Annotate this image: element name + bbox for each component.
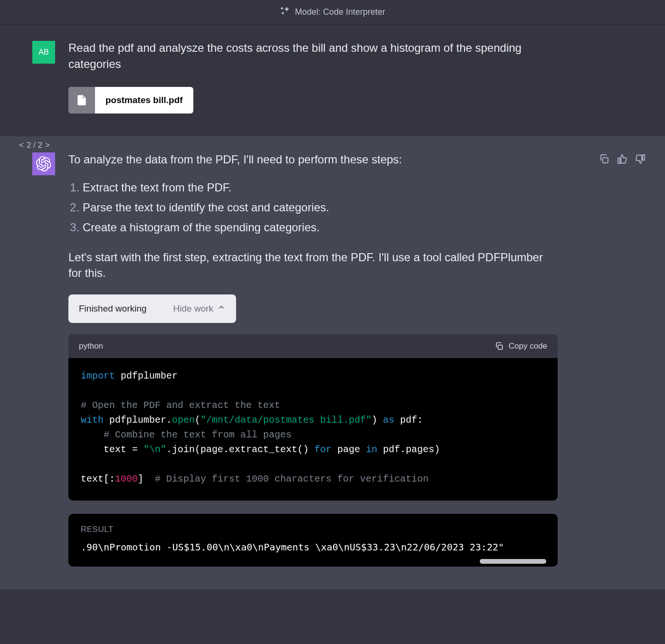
assistant-intro: To analyze the data from the PDF, I'll n… bbox=[68, 152, 558, 168]
copy-code-button[interactable]: Copy code bbox=[494, 340, 547, 352]
code-content: import pdfplumber # Open the PDF and ext… bbox=[68, 358, 558, 501]
result-block: RESULT .90\nPromotion -US$15.00\n\xa0\nP… bbox=[68, 514, 558, 567]
code-block: python Copy code import pdfplumber # Ope… bbox=[68, 334, 558, 501]
model-bar: Model: Code Interpreter bbox=[0, 0, 665, 25]
thumbs-up-icon[interactable] bbox=[617, 153, 628, 165]
pager-next[interactable]: > bbox=[45, 139, 50, 152]
file-attachment[interactable]: postmates bill.pdf bbox=[68, 87, 193, 114]
file-icon bbox=[68, 87, 95, 114]
pager-count: 2 / 2 bbox=[27, 139, 42, 152]
copy-icon[interactable] bbox=[598, 153, 610, 165]
svg-rect-0 bbox=[498, 345, 502, 350]
svg-rect-1 bbox=[603, 158, 608, 163]
assistant-message: < 2 / 2 > To analyze the data from the P… bbox=[0, 136, 665, 589]
work-status-label: Finished working bbox=[79, 302, 147, 316]
list-item: Extract the text from the PDF. bbox=[83, 179, 558, 196]
steps-list: Extract the text from the PDF. Parse the… bbox=[68, 179, 558, 236]
sparkle-icon bbox=[280, 5, 290, 20]
list-item: Parse the text to identify the cost and … bbox=[83, 199, 558, 216]
assistant-paragraph: Let's start with the first step, extract… bbox=[68, 249, 558, 281]
user-prompt: Read the pdf and analysze the costs acro… bbox=[68, 40, 558, 72]
file-name: postmates bill.pdf bbox=[95, 87, 193, 114]
pager-prev[interactable]: < bbox=[19, 139, 24, 152]
model-label: Model: Code Interpreter bbox=[295, 6, 385, 19]
work-status-chip[interactable]: Finished working Hide work bbox=[68, 294, 236, 323]
thumbs-down-icon[interactable] bbox=[635, 153, 646, 165]
result-text: .90\nPromotion -US$15.00\n\xa0\nPayments… bbox=[81, 540, 545, 554]
avatar: AB bbox=[32, 41, 55, 64]
user-message: AB Read the pdf and analysze the costs a… bbox=[0, 25, 665, 136]
hide-work-toggle[interactable]: Hide work bbox=[173, 302, 226, 316]
response-pager: < 2 / 2 > bbox=[19, 139, 50, 152]
code-language: python bbox=[79, 340, 103, 352]
avatar bbox=[32, 152, 55, 175]
list-item: Create a histogram of the spending categ… bbox=[83, 219, 558, 236]
horizontal-scrollbar[interactable] bbox=[480, 559, 546, 564]
result-label: RESULT bbox=[81, 523, 545, 536]
chevron-up-icon bbox=[217, 302, 226, 316]
